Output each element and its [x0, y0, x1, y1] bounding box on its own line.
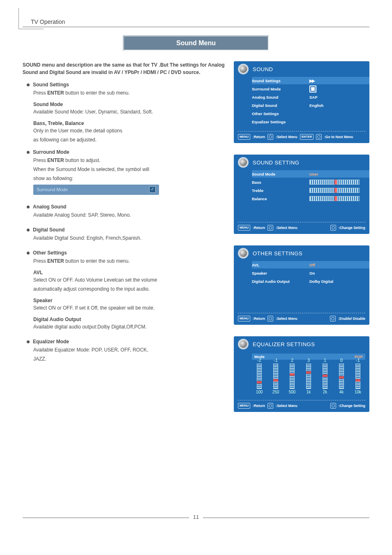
enter-key-icon: ENTER [300, 134, 314, 140]
eq-l1: Available Equalizer Mode: POP, USER, OFF… [33, 346, 226, 354]
bullet-surround: Surround Mode [27, 148, 226, 156]
menu-key-icon: MENU [238, 403, 250, 409]
check-icon: ✓ [149, 186, 156, 193]
osd-label: Bass [252, 180, 309, 185]
osd-value: Dolby Digital [309, 279, 333, 284]
intro-text: SOUND menu and description are the same … [23, 61, 226, 76]
analog-desc: Available Analog Sound: SAP, Stereo, Mon… [33, 211, 226, 219]
osd-row[interactable]: Digital SoundEnglish [252, 102, 369, 109]
eq-freq: 2k [323, 390, 327, 394]
osd-label: Digital Audio Output [252, 279, 309, 284]
menu-key-icon: MENU [238, 316, 250, 321]
eq-freq: 4k [339, 390, 344, 394]
speaker-desc: Select ON or OFF. If set it Off, the spe… [33, 304, 226, 312]
bullet-digital: Digital Sound [27, 226, 226, 234]
osd-value: English [309, 103, 323, 108]
eq-freq: 1k [307, 390, 311, 394]
osd-row[interactable]: Equalizer Settings [252, 118, 369, 125]
osd-label: Speaker [252, 271, 309, 275]
osd-row[interactable]: Bass [252, 178, 369, 186]
osd-row[interactable]: AVLOff [252, 261, 369, 268]
osd-sound-setting-title: SOUND SETTING [253, 160, 299, 166]
btb-line1: Only in the User mode, the detail option… [33, 127, 226, 134]
eq-gain: -1 [356, 358, 360, 363]
eq-freq: 500 [289, 390, 296, 394]
osd-row[interactable]: Analog SoundSAP [252, 93, 369, 101]
footer-rule: 11 [23, 518, 369, 524]
description-column: SOUND menu and description are the same … [23, 61, 226, 412]
eq-track[interactable] [290, 363, 295, 389]
eq-track[interactable] [273, 363, 278, 389]
eq-gain: 1 [324, 358, 326, 363]
osd-sound-panel: SOUND Sound Settings▶▶Surround ModeAnalo… [234, 61, 369, 143]
osd-label: Sound Mode [252, 172, 309, 176]
eq-freq: 10k [355, 390, 361, 394]
updown-key-icon [267, 134, 273, 140]
osd-label: Analog Sound [252, 95, 309, 99]
osd-row[interactable]: Sound ModeUser [252, 170, 369, 178]
osd-row[interactable]: Other Settings [252, 110, 369, 117]
osd-label: Other Settings [252, 111, 309, 116]
eq-gain: -2 [257, 358, 261, 363]
osd-row[interactable]: Digital Audio OutputDolby Digital [252, 278, 369, 285]
orb-icon [238, 157, 249, 168]
leftright-key-icon [330, 403, 336, 409]
osd-other-hints: MENU :Return :Select Menu :Enable/ Disab… [234, 314, 369, 325]
slider-icon[interactable] [309, 180, 360, 185]
osd-eq-title: EQUALIZER SETTINGS [253, 341, 315, 347]
osd-row[interactable]: Balance [252, 195, 369, 202]
eq-track[interactable] [306, 363, 311, 389]
osd-row[interactable]: Surround Mode [252, 85, 369, 92]
eq-band[interactable]: 2500 [286, 358, 298, 394]
eq-band[interactable]: 31k [303, 358, 314, 394]
osd-value: Off [309, 263, 315, 267]
leftright-key-icon [330, 225, 336, 231]
eq-band[interactable]: 12k [319, 358, 331, 394]
eq-track[interactable] [339, 363, 344, 389]
square-icon [309, 86, 316, 92]
slider-icon[interactable] [309, 188, 360, 193]
eq-gain: -1 [274, 358, 278, 363]
eq-band[interactable]: 04k [336, 358, 347, 394]
osd-value: User [309, 172, 318, 176]
divider [23, 27, 369, 27]
eq-band[interactable]: -2100 [254, 358, 265, 394]
menu-key-icon: MENU [238, 134, 250, 140]
sound-mode-desc: Available Sound Mode: User, Dynamic, Sta… [33, 108, 226, 116]
osd-row[interactable]: Treble [252, 187, 369, 194]
eq-track[interactable] [257, 363, 262, 389]
osd-value: On [309, 271, 315, 275]
osd-other-title: OTHER SETTINGS [253, 250, 302, 257]
surround-indicator: Surround Mode ✓ [33, 185, 159, 195]
updown-key-icon [267, 225, 273, 231]
bullet-eq: Equalizer Mode [27, 338, 226, 345]
eq-track[interactable] [323, 363, 327, 389]
page-title-banner: Sound Menu [123, 35, 269, 51]
bullet-analog: Analog Sound [27, 203, 226, 210]
eq-gain: 2 [291, 358, 293, 363]
osd-column: SOUND Sound Settings▶▶Surround ModeAnalo… [234, 61, 369, 412]
updown-key-icon [267, 403, 273, 409]
slider-icon[interactable] [309, 196, 360, 201]
osd-label: Treble [252, 188, 309, 193]
eq-freq: 100 [256, 390, 263, 394]
osd-value: SAP [309, 95, 318, 99]
eq-band[interactable]: -110k [352, 358, 364, 394]
osd-eq-panel: EQUALIZER SETTINGS Mode POP -2100-125025… [234, 336, 369, 412]
surround-chip-label: Surround Mode [37, 186, 68, 193]
osd-row[interactable]: Sound Settings▶▶ [252, 77, 369, 84]
bullet-sound-settings: Sound Settings [27, 81, 226, 88]
bullet-other: Other Settings [27, 249, 226, 257]
osd-ss-hints: MENU :Return :Select Menu :Change Settin… [234, 223, 369, 234]
osd-row[interactable]: SpeakerOn [252, 269, 369, 277]
dao-head: Digital Audio Output [33, 316, 226, 323]
digital-desc: Available Digital Sound: English, French… [33, 234, 226, 242]
osd-sound-title: SOUND [253, 66, 273, 72]
eq-band[interactable]: -1250 [270, 358, 281, 394]
menu-key-icon: MENU [238, 225, 250, 231]
page-number: 11 [189, 514, 203, 520]
crop-mark [18, 8, 44, 29]
eq-track[interactable] [355, 363, 360, 389]
sound-mode-head: Sound Mode [33, 101, 226, 108]
osd-sound-setting-panel: SOUND SETTING Sound ModeUserBassTrebleBa… [234, 155, 369, 234]
